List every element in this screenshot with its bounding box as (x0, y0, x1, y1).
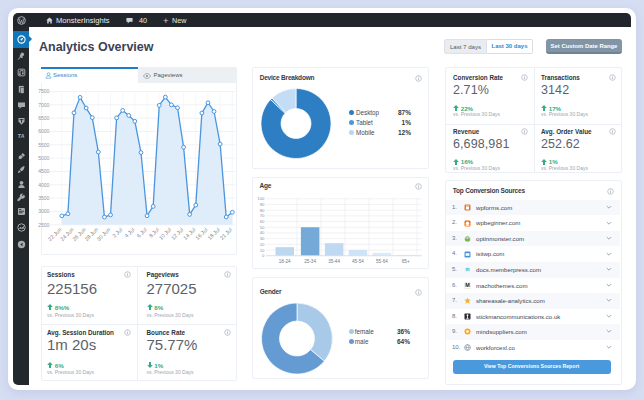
svg-text:7500: 7500 (38, 88, 49, 94)
svg-text:80: 80 (260, 208, 265, 213)
svg-text:65+: 65+ (402, 259, 410, 264)
svg-text:3500: 3500 (38, 195, 49, 201)
svg-text:70: 70 (260, 213, 265, 218)
svg-text:16 Jul: 16 Jul (194, 226, 208, 240)
svg-text:2500: 2500 (38, 222, 49, 228)
svg-text:4000: 4000 (38, 182, 49, 188)
svg-text:50: 50 (260, 225, 265, 230)
svg-text:30: 30 (260, 236, 265, 241)
svg-text:45-54: 45-54 (352, 259, 364, 264)
svg-text:25-34: 25-34 (304, 259, 316, 264)
svg-text:7000: 7000 (38, 102, 49, 108)
svg-text:100: 100 (257, 196, 265, 201)
svg-text:M: M (465, 282, 470, 288)
svg-text:35-44: 35-44 (328, 259, 340, 264)
svg-text:2 Jul: 2 Jul (111, 226, 123, 238)
svg-text:m: m (465, 267, 469, 272)
svg-text:18 Jul: 18 Jul (206, 226, 220, 240)
svg-text:6500: 6500 (38, 115, 49, 121)
svg-text:10: 10 (260, 248, 265, 253)
svg-text:21 Jul: 21 Jul (219, 226, 233, 240)
svg-text:5000: 5000 (38, 155, 49, 161)
svg-text:4500: 4500 (38, 168, 49, 174)
svg-text:40: 40 (260, 230, 265, 235)
svg-text:30 Jun: 30 Jun (96, 226, 112, 242)
svg-text:3000: 3000 (38, 208, 49, 214)
svg-text:14 Jul: 14 Jul (182, 226, 196, 240)
svg-text:60: 60 (260, 219, 265, 224)
svg-text:4 Jul: 4 Jul (123, 226, 135, 238)
svg-text:20: 20 (260, 242, 265, 247)
svg-text:6000: 6000 (38, 128, 49, 134)
svg-text:0: 0 (262, 253, 265, 258)
svg-text:5500: 5500 (38, 142, 49, 148)
svg-text:55-64: 55-64 (376, 259, 388, 264)
svg-text:90: 90 (260, 202, 265, 207)
svg-text:6 Jul: 6 Jul (135, 226, 147, 238)
svg-text:18-24: 18-24 (279, 259, 291, 264)
svg-text:12 Jul: 12 Jul (170, 226, 184, 240)
svg-text:10 Jul: 10 Jul (158, 226, 172, 240)
